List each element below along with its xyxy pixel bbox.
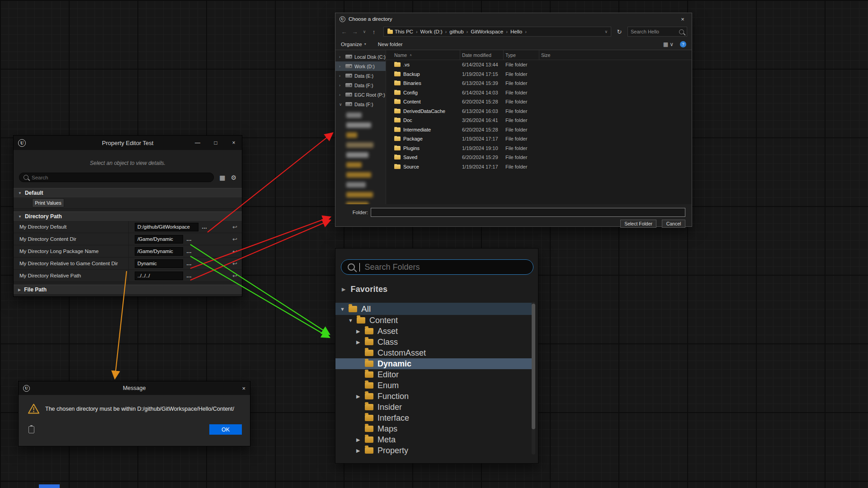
file-row[interactable]: Content 6/20/2024 15:28 File folder <box>386 97 692 107</box>
browse-ellipsis-button[interactable]: … <box>186 260 192 267</box>
maximize-icon[interactable]: □ <box>212 140 219 146</box>
column-header-date[interactable]: Date modified <box>460 50 504 60</box>
file-row[interactable]: Saved 6/20/2024 15:29 File folder <box>386 153 692 162</box>
view-mode-button[interactable]: ▦ ∨ <box>663 41 674 47</box>
scrollbar-thumb[interactable] <box>532 304 535 429</box>
property-value-field[interactable]: /Game/Dynamic <box>135 235 183 244</box>
drive-item[interactable]: › Local Disk (C:) <box>335 52 386 61</box>
help-icon[interactable]: ? <box>680 41 686 47</box>
organize-menu[interactable]: Organize ▾ <box>341 42 366 47</box>
address-dropdown-icon[interactable]: ∨ <box>603 29 609 34</box>
column-header-size[interactable]: Size <box>539 50 566 60</box>
refresh-icon[interactable]: ↻ <box>614 28 625 35</box>
chevron-right-icon: › <box>506 29 508 34</box>
section-header-directory-path[interactable]: ▼ Directory Path <box>14 211 242 221</box>
folder-tree-item[interactable]: ▶ Class <box>335 337 534 347</box>
folder-tree-item[interactable]: Dynamic <box>335 358 534 369</box>
folder-tree-item[interactable]: ▶ Asset <box>335 326 534 337</box>
browse-ellipsis-button[interactable]: … <box>186 236 192 242</box>
drive-tree-panel: › Local Disk (C:) › Work (D:) › <box>335 50 386 204</box>
folder-tree-item[interactable]: ▼ Content <box>335 315 534 326</box>
file-row[interactable]: Source 1/19/2024 17:17 File folder <box>386 162 692 172</box>
dialog-titlebar[interactable]: U Choose a directory × <box>335 13 692 25</box>
favorites-section-header[interactable]: ▶ Favorites <box>342 285 387 294</box>
drive-item[interactable]: › Work (D:) <box>335 61 386 71</box>
reset-to-default-icon[interactable]: ↩ <box>232 224 237 230</box>
file-row[interactable]: Backup 1/19/2024 17:15 File folder <box>386 70 692 79</box>
folder-tree-item[interactable]: Interface <box>335 413 534 423</box>
file-row[interactable]: Config 6/14/2024 14:03 File folder <box>386 88 692 98</box>
section-header-file-path[interactable]: ▶ File Path <box>14 285 242 294</box>
breadcrumb-item[interactable]: github › <box>449 29 471 34</box>
history-dropdown-icon[interactable]: ∨ <box>362 29 367 34</box>
message-titlebar[interactable]: U Message × <box>19 381 250 395</box>
settings-gear-icon[interactable]: ⚙ <box>231 174 236 181</box>
display-options-icon[interactable]: ▦ <box>219 174 225 181</box>
drive-item[interactable]: › Data (E:) <box>335 71 386 80</box>
browse-ellipsis-button[interactable]: … <box>202 224 207 230</box>
select-folder-button[interactable]: Select Folder <box>620 220 656 228</box>
ok-button[interactable]: OK <box>209 424 242 435</box>
folder-search-box[interactable] <box>341 259 533 275</box>
address-bar[interactable]: This PC › Work (D:) › github › <box>383 27 611 37</box>
breadcrumb-item[interactable]: Work (D:) › <box>420 29 450 34</box>
close-icon[interactable]: × <box>230 140 237 146</box>
folder-tree-item[interactable]: ▶ Function <box>335 391 534 402</box>
print-values-button[interactable]: Print Values <box>32 198 64 207</box>
property-value-field[interactable]: D:/github/GitWorkspace <box>135 223 198 231</box>
browse-ellipsis-button[interactable]: … <box>186 248 192 254</box>
file-row[interactable]: Doc 3/26/2024 16:41 File folder <box>386 116 692 125</box>
cancel-button[interactable]: Cancel <box>662 220 685 228</box>
folder-tree-item[interactable]: ▼ All <box>335 303 534 315</box>
folder-tree-item[interactable]: CustomAsset <box>335 347 534 358</box>
folder-tree-item[interactable]: ▶ Meta <box>335 434 534 445</box>
desktop-canvas: U Choose a directory × ← → ∨ ↑ This PC › <box>0 0 868 488</box>
explorer-search-box[interactable] <box>627 27 687 37</box>
file-row[interactable]: Package 1/19/2024 17:17 File folder <box>386 134 692 144</box>
folder-name-input[interactable] <box>371 208 685 217</box>
forward-icon[interactable]: → <box>351 28 359 35</box>
column-header-type[interactable]: Type <box>504 50 539 60</box>
reset-to-default-icon[interactable]: ↩ <box>232 236 237 243</box>
folder-search-input[interactable] <box>364 263 527 272</box>
back-icon[interactable]: ← <box>340 28 348 35</box>
file-row[interactable]: Plugins 1/19/2024 19:10 File folder <box>386 144 692 153</box>
folder-tree-item[interactable]: Insider <box>335 402 534 413</box>
minimize-icon[interactable]: — <box>194 140 201 146</box>
drive-item[interactable]: › EGC Root (P:) <box>335 90 386 99</box>
breadcrumb-item[interactable]: This PC › <box>395 29 420 34</box>
folder-tree-item[interactable]: Editor <box>335 369 534 380</box>
column-header-name[interactable]: Name ∧ <box>386 50 460 60</box>
folder-tree: ▼ All ▼ Content ▶ Asset ▶ <box>335 303 534 456</box>
file-row[interactable]: Binaries 6/13/2024 15:39 File folder <box>386 79 692 88</box>
reset-to-default-icon[interactable]: ↩ <box>232 248 237 255</box>
browse-ellipsis-button[interactable]: … <box>186 272 192 279</box>
folder-tree-item[interactable]: Maps <box>335 423 534 434</box>
file-row[interactable]: Intermediate 6/20/2024 15:28 File folder <box>386 125 692 135</box>
file-row[interactable]: DerivedDataCache 6/13/2024 16:03 File fo… <box>386 107 692 116</box>
window-titlebar[interactable]: U Property Editor Test — □ × <box>14 136 242 150</box>
drive-item[interactable]: ∨ Data (F:) <box>335 99 386 109</box>
details-search-input[interactable] <box>32 175 209 180</box>
drive-item[interactable]: › Data (F:) <box>335 80 386 90</box>
close-icon[interactable]: × <box>242 385 245 392</box>
section-header-default[interactable]: ▼ Default <box>14 188 242 197</box>
close-icon[interactable]: × <box>674 13 692 25</box>
folder-tree-item[interactable]: ▶ Property <box>335 445 534 456</box>
reset-to-default-icon[interactable]: ↩ <box>232 260 237 267</box>
new-folder-button[interactable]: New folder <box>378 42 403 47</box>
folder-tree-item[interactable]: Enum <box>335 380 534 391</box>
property-value-field[interactable]: ../../../ <box>135 272 183 280</box>
scrollbar-track[interactable] <box>532 302 535 455</box>
property-value-field[interactable]: /Game/Dynamic <box>135 247 183 256</box>
up-icon[interactable]: ↑ <box>370 28 378 35</box>
breadcrumb-item[interactable]: GitWorkspace › <box>471 29 510 34</box>
reset-to-default-icon[interactable]: ↩ <box>232 272 237 279</box>
folder-icon <box>394 99 401 104</box>
file-row[interactable]: .vs 6/14/2024 13:44 File folder <box>386 60 692 70</box>
explorer-search-input[interactable] <box>631 29 676 34</box>
property-value-field[interactable]: Dynamic <box>135 259 183 268</box>
breadcrumb-item[interactable]: Hello › <box>510 29 529 34</box>
details-search-box[interactable] <box>19 173 214 182</box>
copy-to-clipboard-icon[interactable] <box>28 426 34 433</box>
